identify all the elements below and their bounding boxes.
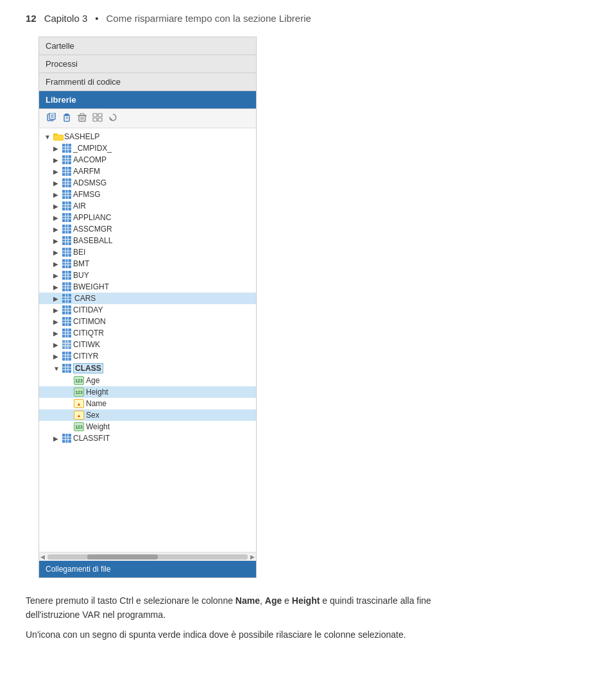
bullet-separator: • bbox=[95, 13, 98, 24]
tree-item-cmpidx[interactable]: ▶ _CMPIDX_ bbox=[39, 142, 256, 154]
table-icon-air bbox=[62, 201, 71, 210]
horizontal-scrollbar[interactable]: ◀ ▶ bbox=[39, 552, 256, 561]
tree-item-asscmgr[interactable]: ▶ ASSCMGR bbox=[39, 223, 256, 235]
tree-item-citimon[interactable]: ▶ CITIMON bbox=[39, 316, 256, 327]
svg-rect-77 bbox=[62, 271, 71, 280]
delete-icon[interactable] bbox=[76, 113, 88, 124]
tree-item-buy[interactable]: ▶ BUY bbox=[39, 269, 256, 281]
tree-item-bweight[interactable]: ▶ BWEIGHT bbox=[39, 281, 256, 293]
bold-name: Name bbox=[235, 595, 260, 606]
copy-icon[interactable] bbox=[46, 113, 57, 124]
table-icon-afmsg bbox=[62, 190, 71, 199]
tree-item-aarfm[interactable]: ▶ AARFM bbox=[39, 166, 256, 177]
svg-rect-62 bbox=[62, 236, 71, 245]
tree-item-height[interactable]: 123 Height bbox=[39, 386, 256, 398]
scroll-left-btn[interactable]: ◀ bbox=[40, 554, 45, 560]
librerie-panel: Cartelle Processi Frammenti di codice Li… bbox=[38, 37, 257, 578]
bold-age: Age bbox=[265, 595, 282, 606]
collapse-arrow-class[interactable]: ▼ bbox=[53, 365, 62, 372]
bottom-bar: Collegamenti di file bbox=[39, 561, 256, 577]
table-icon-citiday bbox=[62, 305, 71, 314]
menu-item-processi[interactable]: Processi bbox=[39, 55, 256, 73]
svg-rect-97 bbox=[62, 317, 71, 326]
scroll-thumb[interactable] bbox=[87, 554, 157, 560]
table-icon-bmt bbox=[62, 259, 71, 268]
page-header: 12 Capitolo 3 • Come risparmiare tempo c… bbox=[26, 13, 590, 24]
chapter-label: Capitolo 3 bbox=[44, 13, 88, 24]
tree-item-citiqtr[interactable]: ▶ CITIQTR bbox=[39, 327, 256, 339]
numeric-icon-weight: 123 bbox=[74, 422, 84, 431]
body-sep1: , bbox=[260, 595, 265, 606]
table-icon-adsmsg bbox=[62, 178, 71, 187]
folder-open-icon bbox=[53, 132, 62, 141]
svg-rect-42 bbox=[62, 190, 71, 199]
tree-item-weight[interactable]: 123 Weight bbox=[39, 421, 256, 432]
table-icon-asscmgr bbox=[62, 225, 71, 234]
tree-item-name[interactable]: ▲ Name bbox=[39, 398, 256, 409]
body-text-line3: Un'icona con un segno di spunta verde in… bbox=[26, 629, 406, 640]
tree-item-classfit[interactable]: ▶ CLASSFIT bbox=[39, 432, 256, 444]
tree-item-adsmsg[interactable]: ▶ ADSMSG bbox=[39, 177, 256, 189]
menu-item-cartelle[interactable]: Cartelle bbox=[39, 37, 256, 55]
tree-item-afmsg[interactable]: ▶ AFMSG bbox=[39, 189, 256, 200]
tree-item-aacomp[interactable]: ▶ AACOMP bbox=[39, 154, 256, 166]
table-icon-baseball bbox=[62, 236, 71, 245]
svg-rect-52 bbox=[62, 213, 71, 222]
menu-item-librerie[interactable]: Librerie bbox=[39, 91, 256, 109]
tree-item-applianc[interactable]: ▶ APPLIANC bbox=[39, 212, 256, 223]
grid-icon[interactable] bbox=[92, 113, 103, 124]
scroll-right-btn[interactable]: ▶ bbox=[250, 554, 255, 560]
tree-item-baseball[interactable]: ▶ BASEBALL bbox=[39, 235, 256, 246]
svg-rect-17 bbox=[93, 118, 97, 121]
svg-rect-107 bbox=[62, 340, 71, 349]
paste-icon[interactable] bbox=[61, 113, 73, 124]
tree-item-citiday[interactable]: ▶ CITIDAY bbox=[39, 304, 256, 316]
table-icon-buy bbox=[62, 271, 71, 280]
svg-rect-57 bbox=[62, 225, 71, 234]
tree-item-class[interactable]: ▼ CLASS bbox=[39, 362, 256, 375]
body-sep2: e bbox=[282, 595, 292, 606]
table-icon-citiyr bbox=[62, 352, 71, 361]
body-paragraph-2: Un'icona con un segno di spunta verde in… bbox=[26, 628, 475, 642]
svg-rect-47 bbox=[62, 201, 71, 210]
menu-item-frammenti[interactable]: Frammenti di codice bbox=[39, 73, 256, 91]
refresh-icon[interactable] bbox=[107, 113, 119, 124]
library-tree: ▼ SASHELP ▶ bbox=[39, 128, 256, 552]
alpha-icon-sex: ▲ bbox=[74, 411, 84, 420]
svg-rect-27 bbox=[62, 155, 71, 164]
alpha-icon-name: ▲ bbox=[74, 399, 84, 408]
svg-rect-21 bbox=[54, 135, 63, 140]
tree-item-citiyr[interactable]: ▶ CITIYR bbox=[39, 350, 256, 362]
tree-item-air[interactable]: ▶ AIR bbox=[39, 200, 256, 212]
table-icon-applianc bbox=[62, 213, 71, 222]
tree-item-bmt[interactable]: ▶ BMT bbox=[39, 258, 256, 269]
table-icon-citimon bbox=[62, 317, 71, 326]
table-icon-classfit bbox=[62, 434, 71, 443]
tree-item-bei[interactable]: ▶ BEI bbox=[39, 246, 256, 258]
table-icon-citiqtr bbox=[62, 329, 71, 338]
svg-rect-82 bbox=[62, 282, 71, 291]
panel-toolbar bbox=[39, 109, 256, 128]
expand-arrow-cmpidx[interactable]: ▶ bbox=[53, 145, 62, 152]
table-icon-class bbox=[62, 364, 71, 373]
svg-rect-15 bbox=[93, 114, 97, 117]
sex-label: Sex bbox=[86, 411, 99, 420]
table-icon-citiwk bbox=[62, 340, 71, 349]
tree-item-sex[interactable]: ▲ Sex bbox=[39, 409, 256, 421]
tree-item-age[interactable]: 123 Age bbox=[39, 375, 256, 386]
svg-rect-112 bbox=[62, 352, 71, 361]
tree-item-citiwk[interactable]: ▶ CITIWK bbox=[39, 339, 256, 350]
cars-label: CARS bbox=[73, 294, 97, 303]
svg-rect-92 bbox=[62, 305, 71, 314]
body-paragraph-1: Tenere premuto il tasto Ctrl e seleziona… bbox=[26, 594, 475, 622]
table-icon-cars bbox=[62, 294, 71, 303]
collapse-arrow-sashelp[interactable]: ▼ bbox=[44, 133, 53, 141]
svg-rect-87 bbox=[62, 294, 71, 303]
bold-height: Height bbox=[292, 595, 320, 606]
svg-rect-102 bbox=[62, 329, 71, 338]
tree-item-cars[interactable]: ▶ CARS bbox=[39, 293, 256, 304]
numeric-icon-age: 123 bbox=[74, 376, 84, 385]
tree-root-sashelp[interactable]: ▼ SASHELP bbox=[39, 131, 256, 142]
chapter-title: Come risparmiare tempo con la sezione Li… bbox=[107, 13, 311, 24]
svg-rect-37 bbox=[62, 178, 71, 187]
